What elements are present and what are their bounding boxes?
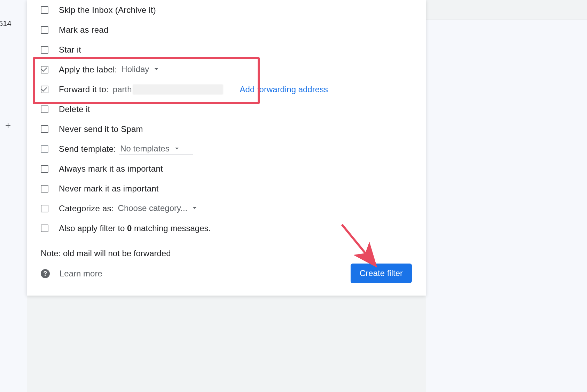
checkbox-delete-it[interactable]	[41, 105, 48, 113]
sidebar: ,514 +	[0, 0, 27, 392]
create-filter-button[interactable]: Create filter	[351, 264, 412, 283]
checkbox-send-template[interactable]	[41, 145, 48, 153]
option-label: Forward it to:	[59, 85, 109, 94]
filter-option-row: Mark as read	[27, 20, 426, 40]
label-dropdown[interactable]: Holiday	[120, 64, 172, 75]
option-label: Categorize as:	[59, 204, 114, 213]
background-panel	[426, 19, 587, 392]
learn-more-link[interactable]: Learn more	[60, 269, 102, 279]
checkbox-categorize[interactable]	[41, 205, 48, 212]
checkbox-forward-to[interactable]	[41, 86, 48, 93]
add-button-icon[interactable]: +	[5, 120, 11, 131]
option-label: Send template:	[59, 144, 116, 154]
forward-value: parth	[113, 85, 132, 94]
filter-option-row: Always mark it as important	[27, 159, 426, 179]
chevron-down-icon	[193, 207, 197, 210]
option-label: Never send it to Spam	[59, 124, 143, 134]
forward-input[interactable]: parth	[113, 84, 223, 95]
forward-redacted	[133, 84, 223, 95]
checkbox-mark-important[interactable]	[41, 165, 48, 173]
option-label: Skip the Inbox (Archive it)	[59, 5, 156, 15]
filter-option-row: Forward it to: parth Add forwarding addr…	[27, 79, 426, 99]
checkbox-never-spam[interactable]	[41, 125, 48, 133]
filter-option-row: Never send it to Spam	[27, 119, 426, 139]
option-label: Also apply filter to 0 matching messages…	[59, 224, 211, 233]
add-forwarding-link[interactable]: Add forwarding address	[240, 85, 328, 94]
checkbox-never-important[interactable]	[41, 185, 48, 193]
option-label: Mark as read	[59, 25, 108, 35]
option-label: Never mark it as important	[59, 184, 159, 194]
filter-option-row: Send template: No templates	[27, 139, 426, 159]
option-label: Always mark it as important	[59, 164, 163, 174]
dropdown-value: Choose category...	[118, 203, 188, 213]
checkbox-apply-matching[interactable]	[41, 225, 48, 232]
filter-option-row: Delete it	[27, 99, 426, 119]
filter-option-row: Also apply filter to 0 matching messages…	[27, 218, 426, 238]
filter-option-row: Skip the Inbox (Archive it)	[27, 0, 426, 20]
filter-modal: Skip the Inbox (Archive it) Mark as read…	[27, 0, 426, 296]
filter-option-row: Star it	[27, 40, 426, 60]
checkbox-skip-inbox[interactable]	[41, 6, 48, 14]
category-dropdown[interactable]: Choose category...	[117, 203, 211, 214]
help-icon[interactable]: ?	[41, 269, 50, 278]
option-label: Apply the label:	[59, 65, 117, 75]
template-dropdown[interactable]: No templates	[119, 143, 193, 155]
dropdown-value: No templates	[120, 144, 169, 154]
dropdown-value: Holiday	[121, 64, 149, 74]
checkbox-apply-label[interactable]	[41, 66, 48, 73]
filter-option-row: Apply the label: Holiday	[27, 60, 426, 79]
filter-option-row: Categorize as: Choose category...	[27, 198, 426, 218]
chevron-down-icon	[175, 147, 179, 150]
chevron-down-icon	[154, 68, 158, 71]
sidebar-count: ,514	[0, 19, 11, 28]
option-label: Star it	[59, 45, 81, 55]
modal-footer: ? Learn more Create filter	[27, 258, 426, 279]
checkbox-mark-read[interactable]	[41, 26, 48, 34]
checkbox-star-it[interactable]	[41, 46, 48, 54]
filter-option-row: Never mark it as important	[27, 179, 426, 198]
option-label: Delete it	[59, 104, 90, 114]
note-text: Note: old mail will not be forwarded	[27, 238, 426, 258]
